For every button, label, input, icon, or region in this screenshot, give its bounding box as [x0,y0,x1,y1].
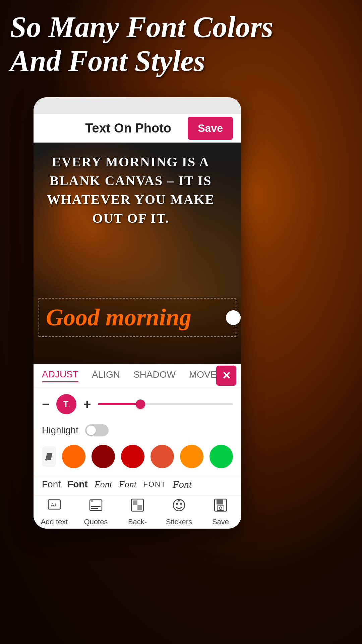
top-title-line1: So Many Font Colors [10,10,352,44]
svg-point-0 [45,459,47,461]
svg-rect-15 [217,499,223,504]
color-row [34,441,241,475]
font-option-bold[interactable]: Font [67,479,88,490]
nav-add-text[interactable]: A+ Add text [34,495,75,529]
nav-add-text-label: Add text [41,518,68,526]
font-option-small-caps[interactable]: FONT [143,480,166,489]
drag-handle[interactable] [226,310,241,325]
canvas-area: EVERY MORNING IS A BLANK CANVAS – IT IS … [34,143,241,364]
highlight-row: Highlight [34,421,241,441]
bottom-panel: ADJUST ALIGN SHADOW MOVE ✕ − T · + Highl… [34,364,241,529]
close-button[interactable]: ✕ [216,366,236,386]
svg-text:": " [91,500,93,505]
color-swatch-dark-red[interactable] [92,445,115,468]
text-size-icon: T · [56,394,76,414]
background-icon [130,498,145,516]
top-promotional-title: So Many Font Colors And Font Styles [10,10,352,78]
nav-save-label: Save [212,518,229,526]
quotes-icon: " [88,498,103,516]
highlight-toggle[interactable] [85,424,109,436]
color-swatch-dark-orange[interactable] [180,445,203,468]
app-header: Text On Photo Save [34,114,241,143]
phone-top-bar [34,97,241,114]
svg-point-12 [180,503,182,505]
tab-move[interactable]: MOVE [189,369,217,382]
tab-align[interactable]: ALIGN [92,369,120,382]
color-swatch-orange[interactable] [62,445,85,468]
nav-background-label: Back- [128,518,147,526]
font-option-script[interactable]: Font [173,479,192,490]
font-row: Font Font Font Font FONT Font [34,475,241,495]
svg-rect-9 [137,505,142,510]
stickers-icon [172,498,186,516]
size-slider[interactable] [98,403,233,405]
nav-save[interactable]: Save [200,495,241,529]
size-increase-button[interactable]: + [83,397,91,412]
add-text-icon: A+ [47,498,62,516]
nav-stickers[interactable]: Stickers [158,495,200,529]
paint-bucket-icon [43,450,55,463]
size-slider-fill [98,403,138,405]
color-bucket-icon[interactable] [42,446,56,467]
font-option-serif[interactable]: Font [95,479,112,490]
subscript-dot: · [68,404,70,410]
color-swatch-green[interactable] [209,445,233,468]
font-option-normal[interactable]: Font [42,479,61,490]
app-title: Text On Photo [69,121,188,136]
tab-adjust[interactable]: ADJUST [42,369,78,382]
text-icon-label: T [63,399,68,410]
size-decrease-button[interactable]: − [42,397,50,412]
phone-mockup: Text On Photo Save EVERY MORNING IS A BL… [34,97,241,529]
svg-rect-8 [133,500,137,505]
text-selection-box[interactable]: Good morning [39,298,236,337]
size-slider-thumb[interactable] [136,399,145,409]
svg-point-11 [176,503,178,505]
size-controls: − T · + [34,387,241,421]
nav-quotes[interactable]: " Quotes [75,495,117,529]
tab-shadow[interactable]: SHADOW [133,369,176,382]
bottom-nav: A+ Add text " Quotes [34,495,241,529]
svg-text:A+: A+ [51,502,57,507]
highlight-label: Highlight [42,425,78,436]
tab-bar: ADJUST ALIGN SHADOW MOVE ✕ [34,364,241,387]
color-swatch-red[interactable] [121,445,144,468]
top-title-line2: And Font Styles [10,44,352,78]
overlay-text: Good morning [46,304,229,331]
svg-point-17 [219,507,222,509]
nav-quotes-label: Quotes [84,518,108,526]
nav-background[interactable]: Back- [117,495,158,529]
font-option-italic[interactable]: Font [119,479,137,490]
save-icon [213,498,228,516]
nav-stickers-label: Stickers [166,518,192,526]
canvas-quote-text: EVERY MORNING IS A BLANK CANVAS – IT IS … [40,153,221,228]
save-button[interactable]: Save [188,117,233,140]
toggle-knob [86,426,96,435]
close-icon: ✕ [222,369,231,382]
color-swatch-orange-red[interactable] [150,445,174,468]
